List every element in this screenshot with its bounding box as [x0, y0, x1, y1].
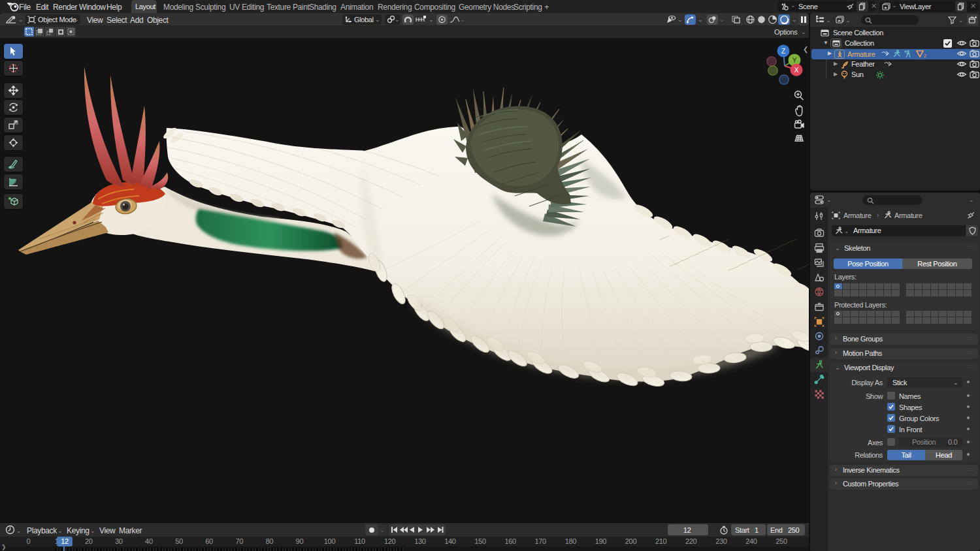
svg-text:Z: Z	[781, 48, 785, 55]
svg-text:X: X	[794, 67, 799, 74]
svg-text:Y: Y	[792, 57, 797, 64]
svg-text:2: 2	[924, 54, 926, 58]
